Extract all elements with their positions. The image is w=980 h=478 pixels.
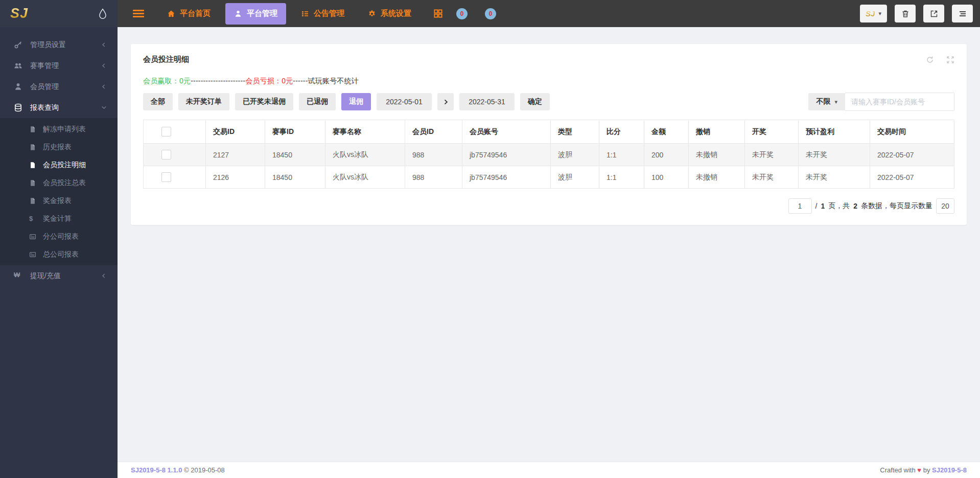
table-cell: 波胆 (551, 144, 599, 166)
gear-icon (368, 10, 376, 18)
clear-cache-button[interactable] (895, 5, 916, 22)
filter-row: 全部未开奖订单已开奖未退佣已退佣退佣 2022-05-01 2022-05-31… (143, 93, 954, 111)
column-header-2: 赛事名称 (325, 120, 405, 144)
grid-apps-icon[interactable] (433, 9, 443, 18)
footer-brand-link-2[interactable]: SJ2019-5-8 (932, 466, 967, 474)
water-drop-icon[interactable] (98, 8, 107, 19)
sidebar-subitem-head-office-report[interactable]: 总公司报表 (0, 245, 118, 263)
row-checkbox[interactable] (161, 172, 171, 182)
sidebar-subitem-label: 会员投注总表 (43, 178, 107, 188)
sidebar-item-label: 管理员设置 (30, 40, 101, 50)
topbar: 平台首页平台管理公告管理系统设置 0 0 SJ ▾ (118, 0, 980, 27)
filter-button-4[interactable]: 退佣 (341, 93, 371, 110)
filter-button-0[interactable]: 全部 (143, 93, 173, 110)
bet-detail-table: 交易ID赛事ID赛事名称会员ID会员账号类型比分金额撤销开奖预计盈利交易时间 2… (143, 120, 954, 189)
sidebar-subitem-label: 解冻申请列表 (43, 125, 107, 134)
table-cell: 988 (405, 166, 462, 189)
nav-item-platform-management[interactable]: 平台管理 (225, 3, 286, 25)
sidebar: SJ 管理员设置赛事管理会员管理报表查询解冻申请列表历史报表会员投注明细会员投注… (0, 0, 118, 478)
sidebar-item-label: 提现/充值 (30, 271, 101, 281)
filter-button-1[interactable]: 未开奖订单 (178, 93, 229, 110)
table-cell: 未开奖 (799, 166, 870, 189)
sidebar-menu: 管理员设置赛事管理会员管理报表查询解冻申请列表历史报表会员投注明细会员投注总表奖… (0, 27, 118, 286)
sidebar-item-label: 赛事管理 (30, 61, 101, 71)
user-menu-button[interactable]: SJ ▾ (860, 5, 887, 22)
sidebar-subitem-bonus-report[interactable]: 奖金报表 (0, 192, 118, 210)
nav-item-system-settings[interactable]: 系统设置 (359, 3, 420, 25)
sidebar-item-report-query[interactable]: 报表查询 (0, 97, 118, 118)
sidebar-subitem-label: 奖金计算 (43, 214, 107, 223)
date-from-field[interactable]: 2022-05-01 (377, 93, 432, 110)
pagination-separator: / (815, 202, 818, 210)
search-type-value: 不限 (816, 97, 830, 106)
sidebar-subitem-label: 奖金报表 (43, 196, 107, 206)
open-frontend-button[interactable] (923, 5, 944, 22)
filter-button-3[interactable]: 已退佣 (299, 93, 336, 110)
nav-item-platform-home[interactable]: 平台首页 (158, 3, 219, 25)
hamburger-menu-icon[interactable] (133, 8, 144, 19)
stats-dashes-1: ---------------------- (191, 77, 245, 85)
page-size-input[interactable] (936, 198, 954, 214)
sidebar-subitem-bonus-calc[interactable]: $奖金计算 (0, 210, 118, 227)
refresh-icon[interactable] (926, 56, 934, 64)
sidebar-subitem-branch-report[interactable]: 分公司报表 (0, 227, 118, 245)
date-to-field[interactable]: 2022-05-31 (459, 93, 515, 110)
footer-copyright: © 2019-05-08 (184, 466, 225, 474)
nav-item-announcement-management[interactable]: 公告管理 (292, 3, 353, 25)
file-icon (29, 162, 36, 169)
table-cell: 火队vs冰队 (325, 166, 405, 189)
file-icon (29, 197, 36, 204)
sidebar-item-admin-settings[interactable]: 管理员设置 (0, 34, 118, 55)
file-icon (29, 144, 36, 151)
users-icon (14, 61, 22, 70)
external-link-icon (930, 10, 938, 18)
sidebar-item-withdraw-deposit[interactable]: ₩提现/充值 (0, 265, 118, 286)
sidebar-subitem-member-bet-detail[interactable]: 会员投注明细 (0, 156, 118, 174)
crafted-mid: by (923, 466, 930, 474)
notification-badge-2[interactable]: 0 (485, 8, 496, 19)
card-tools (926, 56, 954, 64)
chevron-left-icon (101, 83, 107, 90)
user-icon (234, 10, 242, 18)
table-cell: 未开奖 (745, 144, 799, 166)
column-header-1: 赛事ID (265, 120, 325, 144)
pages-suffix: 页，共 (828, 201, 850, 211)
sidebar-subitem-member-bet-summary[interactable]: 会员投注总表 (0, 174, 118, 192)
fullscreen-expand-icon[interactable] (946, 56, 954, 64)
sidebar-subitem-label: 历史报表 (43, 143, 107, 152)
column-header-0: 交易ID (206, 120, 265, 144)
confirm-button[interactable]: 确定 (520, 93, 550, 110)
table-cell: 1:1 (599, 144, 644, 166)
row-checkbox[interactable] (161, 150, 171, 160)
footer-brand-link[interactable]: SJ2019-5-8 1.1.0 (131, 466, 182, 474)
chevron-left-icon (101, 41, 107, 48)
footer: SJ2019-5-8 1.1.0 © 2019-05-08 Crafted wi… (118, 462, 980, 478)
won-icon: ₩ (14, 271, 22, 280)
select-all-checkbox[interactable] (161, 127, 171, 136)
search-input[interactable] (845, 93, 954, 111)
app-logo[interactable]: SJ (10, 6, 28, 21)
column-header-10: 预计盈利 (799, 120, 870, 144)
sidebar-submenu-report-query: 解冻申请列表历史报表会员投注明细会员投注总表奖金报表$奖金计算分公司报表总公司报… (0, 118, 118, 265)
notification-badge-1[interactable]: 0 (456, 8, 468, 19)
table-cell: jb75749546 (462, 144, 551, 166)
column-header-9: 开奖 (745, 120, 799, 144)
table-cell: 2127 (206, 144, 265, 166)
date-range-arrow-icon (437, 93, 454, 110)
page-input[interactable] (788, 198, 812, 214)
column-header-8: 撤销 (689, 120, 745, 144)
table-cell: 18450 (265, 166, 325, 189)
table-cell: 波胆 (551, 166, 599, 189)
sidebar-subitem-history-report[interactable]: 历史报表 (0, 138, 118, 156)
trash-icon (901, 10, 909, 18)
list-icon (959, 10, 967, 18)
search-type-dropdown[interactable]: 不限 ▾ (808, 93, 845, 110)
sidebar-item-match-management[interactable]: 赛事管理 (0, 55, 118, 76)
log-list-button[interactable] (952, 5, 973, 22)
sidebar-subitem-unfreeze-request-list[interactable]: 解冻申请列表 (0, 120, 118, 138)
sidebar-item-member-management[interactable]: 会员管理 (0, 76, 118, 97)
file-icon (29, 126, 36, 133)
search-group: 不限 ▾ (808, 93, 954, 111)
database-icon (14, 103, 22, 112)
filter-button-2[interactable]: 已开奖未退佣 (235, 93, 293, 110)
